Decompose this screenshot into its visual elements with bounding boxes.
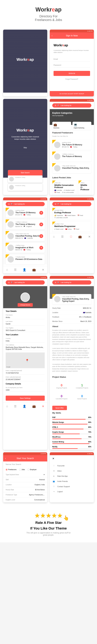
nav-settings-icon[interactable]: ✕: [88, 235, 90, 238]
skill-row: Graphic Design70%: [50, 430, 94, 435]
back-icon[interactable]: ‹: [52, 34, 52, 37]
menu-rate[interactable]: ★Rate this App: [50, 474, 94, 479]
category-digital-marketing[interactable]: 💻Digital Marketing: [72, 122, 91, 130]
menu-icon[interactable]: ☰: [8, 203, 10, 205]
rating-title-2: If You Like Our Theme: [3, 526, 94, 530]
tagline-field[interactable]: SEO Expert & Consultant: [6, 329, 45, 332]
screen-signin: 11:36 PM ‹Sign In Now Workreap Consectet…: [50, 30, 94, 96]
job-card[interactable]: Brooklyn ChanMainframe Programmer🏷 Basic…: [52, 222, 91, 232]
screen-jobs: 11:36 PM ☰🔍I am looking for Georgia Bake…: [50, 198, 94, 274]
search-icon: 🔍: [58, 282, 59, 283]
nav-profile-icon[interactable]: □: [70, 235, 72, 238]
nav-profile-icon[interactable]: 👤: [23, 404, 26, 408]
menu-favourite[interactable]: ♡Favourite: [50, 463, 94, 468]
filter-type[interactable]: Freelancer TypeAgency Freelancers,...: [3, 492, 47, 497]
search-bar[interactable]: ☰🔍I am looking for: [6, 202, 45, 206]
send-offer-button[interactable]: Send Offer: [52, 406, 67, 410]
radio-jobs[interactable]: Jobs: [19, 469, 25, 470]
country-field[interactable]: India: [6, 339, 45, 342]
bottom-nav: ⌂☰👤💼✕: [3, 402, 47, 410]
screens-showcase: Workreap 11:36 PM ‹Sign In Now Workreap …: [0, 26, 97, 506]
heart-icon[interactable]: ♥: [39, 222, 43, 226]
email-field[interactable]: Email: [54, 56, 90, 62]
stat-saved: 0Saved Projects: [73, 392, 91, 402]
rating-title-1: Rate A Five Star: [3, 521, 94, 525]
nav-profile-icon[interactable]: 👤: [23, 268, 26, 272]
radio-freelancers[interactable]: Freelancers: [6, 469, 16, 470]
job-card[interactable]: poole JonWildlife Conservation Professor…: [52, 180, 77, 195]
menu-invite[interactable]: 👥Invite Friends: [50, 479, 94, 484]
help-icon: ?: [52, 486, 56, 488]
job-card[interactable]: AthinoWildlife Ci Professor: [78, 180, 91, 195]
last-name-field[interactable]: Garde: [6, 322, 45, 326]
nav-home-icon[interactable]: ⌂: [6, 404, 8, 408]
clear-icon[interactable]: ✕: [44, 474, 45, 476]
map-pin-icon: 📍: [25, 359, 29, 362]
menu-icon[interactable]: ☰: [8, 282, 10, 283]
longitude-field[interactable]: 72.59700070763: [6, 371, 45, 375]
keyword-field[interactable]: Type keyword here: [6, 474, 19, 476]
heart-icon[interactable]: ♥: [39, 246, 43, 250]
save-settings-button[interactable]: Save Settings: [6, 396, 45, 401]
nav-home-icon[interactable]: ⌂: [6, 268, 8, 272]
screen-explore: 11:36 PM ☰🔍I am looking for Explore Cate…: [50, 99, 94, 195]
first-name-field[interactable]: Anika: [6, 316, 45, 319]
radio-employer[interactable]: Employer: [28, 469, 36, 470]
freelancer-card[interactable]: • William AndersonThe Future of Memory: [52, 152, 91, 162]
search-bar[interactable]: ☰🔍I am looking for: [52, 280, 91, 284]
address-field[interactable]: Barkhadar Bava Babadidi Bava, Dargah Mah…: [6, 346, 45, 351]
freelancer-card[interactable]: esabina AloneThe Future Of Memory$73.00 …: [52, 140, 91, 150]
search-icon: 🔍: [58, 104, 59, 106]
nav-home-icon[interactable]: ⌂: [53, 235, 55, 238]
freelancer-card[interactable]: • William AndersonThe Future of Memory$1…: [6, 220, 45, 230]
nav-list-icon[interactable]: ☰: [61, 235, 64, 238]
nav-settings-icon[interactable]: ✕: [42, 268, 44, 272]
password-field[interactable]: Password: [54, 62, 90, 68]
search-bar[interactable]: ☰🔍I am looking for: [6, 280, 45, 284]
signup-footer[interactable]: Do not have account? START SIGNUP: [50, 91, 94, 96]
nav-list-icon[interactable]: ☰: [14, 404, 16, 408]
menu-close[interactable]: ✕: [50, 455, 94, 462]
signin-button[interactable]: SIGN IN: [54, 71, 90, 76]
heart-icon[interactable]: ♥: [39, 234, 43, 238]
filter-english[interactable]: English LevelConversational: [3, 497, 47, 502]
employees-field[interactable]: 1000: [6, 388, 45, 392]
logo: Workreap: [3, 6, 94, 13]
nav-settings-icon[interactable]: ✕: [42, 404, 44, 408]
search-bar[interactable]: ☰🔍I am looking for: [52, 202, 91, 206]
job-card[interactable]: Georgia BakerEcology Professor💰 Expensiv…: [52, 208, 91, 220]
freelancer-card[interactable]: • Ray sarah Joris soaClassified Posting,…: [52, 163, 91, 173]
avatar[interactable]: [20, 292, 30, 302]
freelancer-card[interactable]: • Ray sarah Joris soaClassified Posting,…: [6, 231, 45, 241]
latitude-field[interactable]: 22.6814972200947: [6, 378, 45, 381]
freelancer-card[interactable]: • Selhan KayaImagination at Work$39.00 /…: [6, 243, 45, 253]
filter-location[interactable]: LocationEngland, India: [3, 482, 47, 487]
filter-rate[interactable]: Hourly Rate$5 And Below: [3, 487, 47, 492]
filter-skill[interactable]: SkillAndroid: [3, 477, 47, 482]
menu-inbox[interactable]: ✉Inbox: [50, 468, 94, 474]
search-bar[interactable]: ☰🔍I am looking for: [52, 103, 91, 108]
map[interactable]: 📍Google: [6, 352, 45, 368]
menu-icon[interactable]: ☰: [55, 104, 56, 106]
category-business[interactable]: 💼Business: [52, 122, 71, 130]
menu-icon[interactable]: ☰: [55, 282, 56, 283]
menu-support[interactable]: ?Contact Support: [50, 484, 94, 489]
forgot-password-link[interactable]: Forgot Password?: [54, 78, 90, 80]
back-icon[interactable]: ‹: [5, 457, 6, 460]
menu-icon[interactable]: ☰: [55, 203, 56, 205]
overlay-search-header: Start Search: [8, 170, 42, 176]
heart-icon[interactable]: ♥: [39, 211, 43, 215]
freelancer-card[interactable]: esabina AloneThe Future Of Memory$73.00 …: [6, 208, 45, 218]
freelancer-card[interactable]: • Charlie MartinPioneers Of ECommerce Da…: [6, 254, 45, 264]
nav-bag-icon[interactable]: 💼: [32, 404, 36, 408]
page-subtitle: Directory For Freelancers & Jobs: [3, 14, 94, 22]
skip-link[interactable]: Skip: [24, 147, 27, 148]
nav-bag-icon[interactable]: 💼: [78, 235, 82, 238]
nav-list-icon[interactable]: ☰: [14, 268, 16, 272]
nav-bag-icon[interactable]: 💼: [32, 268, 36, 272]
featured-sub: People You Can Rely On: [50, 136, 94, 138]
stars-icon: ★★★★★: [34, 512, 63, 519]
menu-logout[interactable]: ↪Logout: [50, 489, 94, 494]
change-banner-button[interactable]: Change Banner: [18, 303, 32, 307]
about-title: About: [50, 324, 94, 329]
